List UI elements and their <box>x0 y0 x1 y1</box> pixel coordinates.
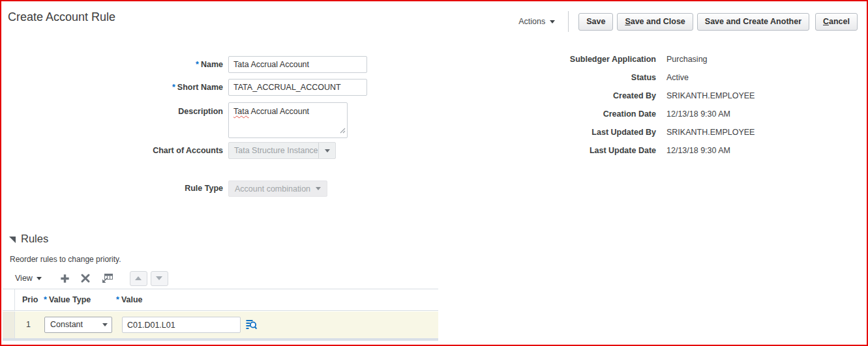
name-label: *Name <box>1 56 223 73</box>
created-by-value: SRIKANTH.EMPLOYEE <box>666 91 755 100</box>
collapse-triangle-icon <box>9 237 16 243</box>
rules-section-title: Rules <box>21 233 48 245</box>
chart-of-accounts-label: Chart of Accounts <box>1 142 223 159</box>
name-input[interactable] <box>228 56 367 73</box>
rule-type-label: Rule Type <box>1 180 223 197</box>
detail-row: Last Update Date12/13/18 9:30 AM <box>490 146 755 155</box>
rule-type-value: Account combination <box>235 184 310 194</box>
detach-icon <box>100 273 113 284</box>
prio-cell: 1 <box>26 311 31 338</box>
save-button[interactable]: Save <box>578 13 613 31</box>
short-name-input[interactable] <box>228 79 367 96</box>
table-scrollbar-track[interactable] <box>3 338 438 341</box>
view-menu-label: View <box>15 274 33 283</box>
detail-row: Created BySRIKANTH.EMPLOYEE <box>490 91 755 100</box>
row-selector-header-cell <box>3 289 15 310</box>
last-updated-by-label: Last Updated By <box>490 128 666 137</box>
move-up-button[interactable] <box>130 271 147 286</box>
last-updated-by-value: SRIKANTH.EMPLOYEE <box>666 128 755 137</box>
save-and-close-button[interactable]: Save and Close <box>617 13 693 31</box>
description-field-row: Description Tata Accrual Account <box>1 102 348 138</box>
header-action-bar: Actions Save Save and Close Save and Cre… <box>517 12 858 31</box>
move-down-button[interactable] <box>151 271 168 286</box>
description-textarea[interactable]: Tata Accrual Account <box>228 102 348 138</box>
detach-button[interactable] <box>100 273 113 284</box>
rules-table-row: 1 Constant <box>3 311 438 338</box>
chevron-down-icon <box>316 187 321 190</box>
rules-note: Reorder rules to change priority. <box>10 255 121 264</box>
value-type-selected: Constant <box>45 317 98 332</box>
x-icon <box>80 273 91 283</box>
rules-toolbar: View <box>15 270 168 287</box>
view-menu[interactable]: View <box>15 274 42 283</box>
description-label: Description <box>1 102 223 116</box>
cancel-button[interactable]: Cancel <box>815 13 858 31</box>
detail-row: Creation Date12/13/18 9:30 AM <box>490 109 755 119</box>
toolbar-divider <box>568 11 569 32</box>
chevron-down-icon <box>325 149 330 152</box>
value-type-column-header: *Value Type <box>44 289 91 310</box>
last-update-date-label: Last Update Date <box>490 146 666 155</box>
rule-type-field-row: Rule Type Account combination <box>1 180 327 197</box>
detail-row: Subledger ApplicationPurchasing <box>490 55 755 64</box>
subledger-application-value: Purchasing <box>666 55 708 64</box>
value-search-button[interactable] <box>245 318 258 334</box>
creation-date-label: Creation Date <box>490 109 666 119</box>
required-indicator: * <box>116 295 119 304</box>
last-update-date-value: 12/13/18 9:30 AM <box>666 146 730 155</box>
created-by-label: Created By <box>490 91 666 100</box>
list-search-icon <box>245 318 258 331</box>
delete-row-button[interactable] <box>80 273 91 283</box>
detail-row: Last Updated BySRIKANTH.EMPLOYEE <box>490 128 755 137</box>
name-field-row: *Name <box>1 56 367 73</box>
value-column-header: *Value <box>116 289 143 310</box>
chevron-down-icon <box>37 277 42 280</box>
actions-menu[interactable]: Actions <box>517 14 556 29</box>
detail-row: StatusActive <box>490 73 755 82</box>
status-label: Status <box>490 73 666 82</box>
row-selector-cell[interactable] <box>3 311 15 338</box>
dropdown-arrow-button[interactable] <box>318 143 335 158</box>
prio-column-header: Prio <box>22 289 38 310</box>
subledger-application-label: Subledger Application <box>490 55 666 64</box>
rules-section-header[interactable]: Rules <box>9 233 48 245</box>
chart-of-accounts-select[interactable]: Tata Structure Instance <box>228 142 336 159</box>
chevron-down-icon <box>102 323 108 326</box>
plus-icon <box>59 273 70 284</box>
resize-grip-icon[interactable] <box>340 126 346 136</box>
chart-of-accounts-field-row: Chart of Accounts Tata Structure Instanc… <box>1 142 336 159</box>
rule-type-select[interactable]: Account combination <box>228 180 327 197</box>
required-indicator: * <box>44 295 47 304</box>
record-details-panel: Subledger ApplicationPurchasing StatusAc… <box>490 55 755 164</box>
create-account-rule-page: Create Account Rule Actions Save Save an… <box>0 0 868 346</box>
status-value: Active <box>666 73 689 82</box>
arrow-down-icon <box>156 276 162 280</box>
page-title: Create Account Rule <box>8 10 115 24</box>
value-type-select[interactable]: Constant <box>44 317 112 333</box>
actions-menu-label: Actions <box>518 17 545 26</box>
creation-date-value: 12/13/18 9:30 AM <box>666 109 730 119</box>
required-indicator: * <box>196 60 199 69</box>
save-and-create-another-button[interactable]: Save and Create Another <box>697 13 809 31</box>
rules-table-header: Prio *Value Type *Value <box>3 289 438 311</box>
required-indicator: * <box>172 83 175 92</box>
short-name-label: *Short Name <box>1 79 223 96</box>
chevron-down-icon <box>550 20 555 23</box>
add-row-button[interactable] <box>59 273 70 284</box>
arrow-up-icon <box>135 276 142 280</box>
short-name-field-row: *Short Name <box>1 79 367 96</box>
chart-of-accounts-value: Tata Structure Instance <box>229 143 318 158</box>
value-input[interactable] <box>122 317 241 333</box>
